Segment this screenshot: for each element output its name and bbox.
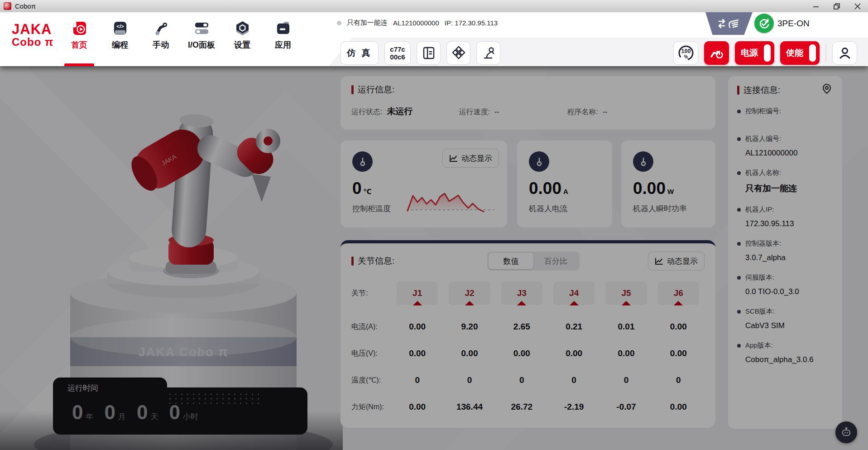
joint-column-header[interactable]: J4 bbox=[553, 281, 595, 305]
assistant-fab-button[interactable] bbox=[835, 421, 857, 443]
runtime-segment: 0月 bbox=[104, 401, 125, 424]
joint-cell: 0.00 bbox=[443, 348, 495, 358]
robot-power-card: 0.00W 机器人瞬时功率 bbox=[621, 140, 715, 227]
nav-item-manual[interactable]: 手动 bbox=[144, 18, 177, 66]
joint-row-values: 0.00136.4426.72-2.19-0.070.00 bbox=[391, 402, 705, 412]
minimize-icon bbox=[813, 3, 819, 10]
user-account-button[interactable] bbox=[832, 41, 857, 65]
connection-item: 机器人编号:AL1210000000 bbox=[737, 135, 833, 158]
joint-row-label: 力矩(Nm): bbox=[351, 402, 391, 412]
connection-item-label-row: 伺服版本: bbox=[737, 273, 833, 282]
threepe-sync-icon[interactable] bbox=[754, 14, 774, 33]
run-info-title-row: 运行信息: bbox=[351, 84, 705, 96]
value-mode-toggle[interactable]: 数值 百分比 bbox=[487, 252, 580, 271]
joint-row-values: 0.000.000.000.000.000.00 bbox=[391, 348, 705, 358]
bullet-icon bbox=[737, 310, 741, 314]
joint-cell: 0 bbox=[496, 375, 548, 385]
joint-info-title: 关节信息: bbox=[358, 255, 394, 267]
section-marker bbox=[351, 85, 354, 94]
apps-icon bbox=[275, 20, 291, 36]
joint-column-header[interactable]: J3 bbox=[501, 281, 542, 305]
log-panel-button[interactable] bbox=[417, 41, 441, 65]
controller-id-button[interactable]: c77c 00c6 bbox=[384, 41, 411, 65]
table-row: 电流(A):0.009.202.650.210.010.00 bbox=[351, 322, 705, 332]
code-icon: </> bbox=[112, 20, 128, 36]
connection-item-label: App版本: bbox=[745, 341, 773, 350]
diamond-grid-icon bbox=[452, 46, 465, 60]
minimize-button[interactable] bbox=[806, 0, 826, 12]
connection-item-label-row: SCB版本: bbox=[737, 307, 833, 316]
io-panel-icon bbox=[194, 20, 209, 36]
dynamic-display-button[interactable]: 动态显示 bbox=[442, 149, 499, 168]
robot-power-button[interactable] bbox=[704, 41, 729, 65]
joint-column-header[interactable]: J6 bbox=[658, 281, 699, 305]
nav-item-home[interactable]: 首页 bbox=[62, 18, 96, 66]
simulation-button[interactable]: 仿 真 bbox=[340, 41, 379, 65]
nav-label: 手动 bbox=[153, 39, 169, 50]
nav-label: 编程 bbox=[112, 39, 128, 50]
connection-item-value: 只有加一能连 bbox=[745, 183, 833, 194]
joint-row-label: 电压(V): bbox=[351, 349, 391, 358]
connection-item-label: 机器人编号: bbox=[745, 135, 781, 143]
dynamic-display-button[interactable]: 动态显示 bbox=[648, 252, 705, 271]
toggle-numeric-option[interactable]: 数值 bbox=[489, 253, 533, 269]
nav-item-apps[interactable]: 应用 bbox=[266, 18, 300, 66]
toggle-percent-option[interactable]: 百分比 bbox=[533, 253, 578, 269]
speed-percent-button[interactable]: 100 % bbox=[673, 41, 698, 65]
bullet-icon bbox=[737, 171, 741, 175]
connection-item-label-row: 控制器版本: bbox=[737, 239, 833, 248]
robot-pose-button[interactable] bbox=[476, 41, 500, 65]
connection-item-label: 伺服版本: bbox=[745, 273, 774, 282]
controller-id-line1: c77c bbox=[390, 45, 405, 53]
connection-item-label-row: 机器人IP: bbox=[737, 205, 833, 214]
joint-cell: 0 bbox=[548, 375, 600, 385]
home-play-icon bbox=[72, 20, 87, 36]
runtime-box: 运行时间 0年0月0天0小时 bbox=[53, 377, 307, 435]
bullet-icon bbox=[737, 137, 741, 141]
connection-item-label-row: App版本: bbox=[737, 341, 833, 350]
joint-column-label: J4 bbox=[569, 288, 579, 298]
connection-item-value: 172.30.95.113 bbox=[745, 219, 833, 228]
window-controls bbox=[806, 0, 868, 12]
restore-button[interactable] bbox=[826, 0, 847, 12]
enable-button[interactable]: 使能 bbox=[780, 41, 820, 65]
joint-column-header[interactable]: J1 bbox=[397, 281, 438, 305]
restore-icon bbox=[834, 3, 840, 10]
connection-item-label: 控制柜编号: bbox=[745, 107, 781, 116]
runtime-value: 0 bbox=[137, 401, 148, 424]
nav-label: I/O面板 bbox=[188, 39, 215, 50]
robot-arm-icon bbox=[482, 46, 495, 60]
joint-column-header[interactable]: J2 bbox=[449, 281, 490, 305]
controller-id-line2: 00c6 bbox=[390, 53, 405, 61]
table-row: 温度(℃):000000 bbox=[351, 375, 705, 385]
joint-column-header[interactable]: J5 bbox=[605, 281, 647, 305]
joint-column-label: J2 bbox=[465, 288, 474, 298]
drag-handle[interactable] bbox=[705, 12, 753, 35]
connection-item: 机器人IP:172.30.95.113 bbox=[737, 205, 833, 228]
connection-item-value: 0.0 TIO-0.0_3.0 bbox=[745, 287, 833, 296]
nav-item-settings[interactable]: 设置 bbox=[225, 18, 259, 66]
location-pin-icon[interactable] bbox=[821, 83, 832, 97]
nav-item-io-panel[interactable]: I/O面板 bbox=[185, 18, 218, 66]
diamond-grid-button[interactable] bbox=[446, 41, 470, 65]
joint-cell: 0 bbox=[652, 375, 705, 385]
runtime-segment: 0天 bbox=[137, 401, 158, 424]
bullet-icon bbox=[737, 110, 741, 113]
nav-item-program[interactable]: </> 编程 bbox=[103, 18, 137, 66]
robot-current-card: 0.00A 机器人电流 bbox=[517, 140, 612, 227]
runtime-values: 0年0月0天0小时 bbox=[72, 401, 198, 424]
runtime-segment: 0年 bbox=[72, 401, 93, 424]
close-button[interactable] bbox=[847, 0, 868, 12]
joint-info-title-row: 关节信息: bbox=[351, 255, 394, 267]
joint-cell: 136.44 bbox=[443, 402, 495, 412]
run-info-title: 运行信息: bbox=[358, 84, 394, 96]
power-button[interactable]: 电源 bbox=[735, 41, 774, 65]
threepe-status: 3PE-ON bbox=[754, 14, 810, 33]
status-robot-name: 只有加一能连 bbox=[347, 19, 388, 27]
connection-items: 控制柜编号:机器人编号:AL1210000000机器人名称:只有加一能连机器人I… bbox=[737, 107, 833, 364]
runtime-value: 0 bbox=[104, 401, 115, 424]
table-row: 电压(V):0.000.000.000.000.000.00 bbox=[351, 348, 705, 358]
joint-cell: 0.00 bbox=[391, 322, 443, 332]
runtime-unit: 小时 bbox=[183, 411, 198, 422]
threepe-label: 3PE-ON bbox=[777, 19, 810, 29]
